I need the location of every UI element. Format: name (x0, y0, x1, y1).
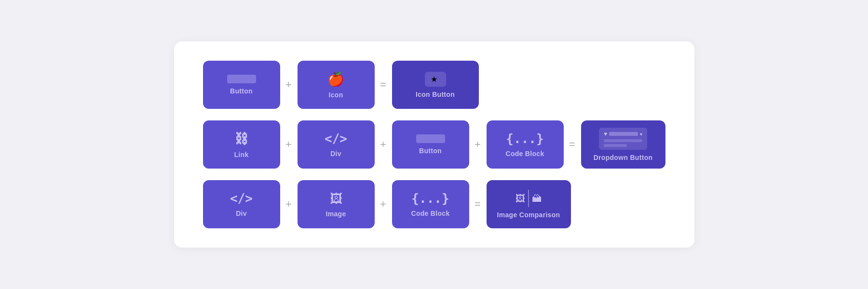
eq-operator-1: = (375, 79, 392, 91)
codeblock-icon-1: {...} (506, 131, 543, 146)
row-2: ⛓ Link + </> Div + Button + {...} Code B… (203, 120, 665, 169)
eq-operator-3: = (469, 198, 487, 210)
icon-label: Icon (329, 91, 343, 99)
codeblock-icon-2: {...} (411, 191, 449, 206)
button-label-2: Button (419, 147, 442, 155)
div-label-2: Div (236, 210, 247, 217)
fruit-icon: 🍎 (327, 71, 344, 87)
comparison-divider (528, 190, 529, 207)
card-div-1[interactable]: </> Div (298, 120, 375, 169)
image-right-icon: 🏔 (532, 193, 542, 204)
div-label-1: Div (330, 150, 341, 158)
row-1: Button + 🍎 Icon = ★ Icon Button (203, 61, 665, 109)
link-label: Link (234, 151, 249, 158)
iconbutton-label: Icon Button (416, 91, 455, 98)
imgcomparison-label: Image Comparison (497, 211, 560, 219)
codeblock-label-2: Code Block (411, 210, 449, 217)
div-icon-1: </> (325, 131, 347, 146)
card-image-1[interactable]: 🖼 Image (298, 180, 375, 228)
chevron-down-icon: ▾ (640, 131, 642, 137)
plus-operator-6: + (375, 198, 392, 210)
button-icon-2 (416, 134, 445, 143)
card-div-2[interactable]: </> Div (203, 180, 280, 228)
dropdown-label: Dropdown Button (594, 154, 653, 161)
image-label: Image (326, 210, 346, 218)
button-icon (227, 75, 256, 83)
imgcomparison-icon: 🖼 🏔 (515, 190, 542, 207)
card-button-1[interactable]: Button (203, 61, 280, 109)
card-icon-1[interactable]: 🍎 Icon (298, 61, 375, 109)
card-imgcomparison-1[interactable]: 🖼 🏔 Image Comparison (487, 180, 571, 228)
image-left-icon: 🖼 (515, 193, 525, 204)
iconbtn-icon: ★ (425, 72, 446, 87)
card-dropdown-1[interactable]: ♥ ▾ Dropdown Button (581, 120, 665, 169)
div-icon-2: </> (230, 191, 253, 206)
card-codeblock-2[interactable]: {...} Code Block (392, 180, 469, 228)
plus-operator-3: + (375, 138, 392, 151)
codeblock-label-1: Code Block (505, 150, 544, 158)
button-label: Button (230, 87, 253, 95)
heart-icon: ♥ (604, 131, 607, 137)
card-link-1[interactable]: ⛓ Link (203, 120, 280, 169)
plus-operator-5: + (280, 198, 298, 210)
main-container: Button + 🍎 Icon = ★ Icon Button ⛓ Link + (174, 41, 694, 248)
card-iconbutton-1[interactable]: ★ Icon Button (392, 61, 479, 109)
card-codeblock-1[interactable]: {...} Code Block (487, 120, 564, 169)
plus-operator-1: + (280, 79, 298, 91)
plus-operator-2: + (280, 138, 298, 151)
image-icon: 🖼 (330, 191, 342, 206)
dropdown-icon: ♥ ▾ (599, 128, 647, 150)
row-3: </> Div + 🖼 Image + {...} Code Block = 🖼… (203, 180, 665, 228)
card-button-2[interactable]: Button (392, 120, 469, 169)
link-icon: ⛓ (235, 131, 248, 147)
eq-operator-2: = (564, 138, 581, 151)
star-icon: ★ (431, 75, 437, 84)
plus-operator-4: + (469, 138, 487, 151)
